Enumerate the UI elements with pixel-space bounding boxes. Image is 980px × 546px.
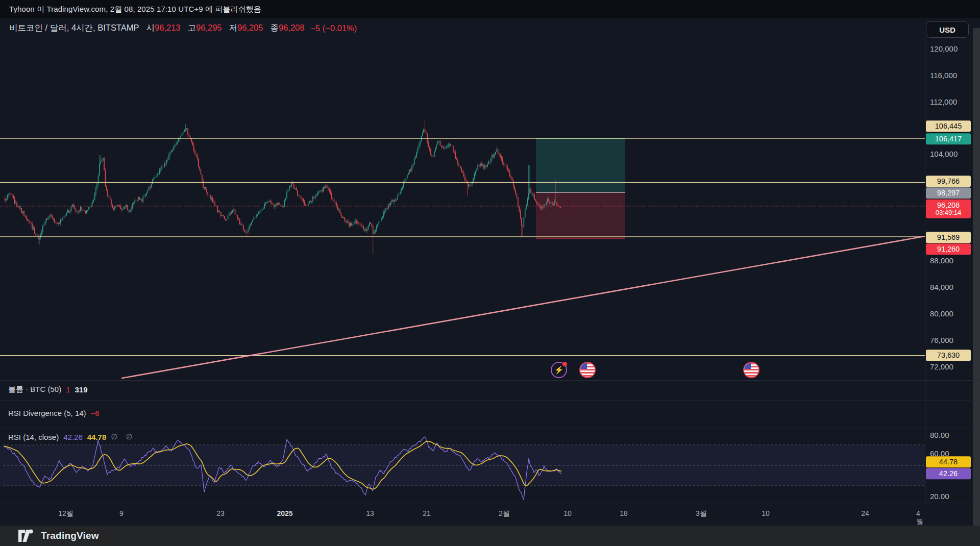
time-tick-3월: 3월 (696, 509, 707, 518)
price-label-106417[interactable]: 106,417 (926, 133, 971, 144)
ohlc-시: 시96,213 (146, 22, 181, 34)
price-axis-tick: 120,000 (930, 44, 958, 53)
price-axis-tick: 104,000 (930, 150, 958, 158)
price-axis-tick: 88,000 (930, 256, 953, 265)
rsi-axis-tick: 20.00 (930, 492, 949, 501)
time-tick-18: 18 (620, 509, 628, 517)
tradingview-logo-mark (18, 529, 34, 542)
pane-divider[interactable] (0, 401, 980, 401)
crypto-event-lightning-icon[interactable]: ⚡ (551, 362, 567, 378)
time-tick-23: 23 (216, 509, 225, 517)
volume-pane-title[interactable]: 볼륨 · BTC (50) 1 319 (8, 385, 88, 394)
economic-event-us-flag-icon[interactable] (743, 362, 760, 378)
economic-event-us-flag-icon[interactable] (579, 362, 596, 378)
price-label-96208[interactable]: 96,20803:49:14 (926, 200, 971, 218)
price-label-91569[interactable]: 91,569 (926, 232, 971, 243)
rsi-pane-title[interactable]: RSI (14, close) 42.26 44.78 ∅ ∅ (8, 432, 136, 441)
volume-ma-value: 319 (75, 385, 88, 394)
price-label-73630[interactable]: 73,630 (926, 350, 971, 361)
time-tick-4월: 4월 (916, 509, 923, 526)
rsi-value-label: 42.26 (926, 468, 971, 479)
time-axis[interactable]: 12월923202513212월10183월10244월 (0, 503, 925, 526)
chart-canvas[interactable] (0, 0, 980, 546)
price-axis-tick: 116,000 (930, 71, 957, 80)
rsi-pane (0, 437, 925, 500)
price-label-98297[interactable]: 98,297 (926, 187, 971, 198)
price-label-99766[interactable]: 99,766 (926, 176, 971, 187)
trendline[interactable] (122, 236, 925, 378)
volume-value: 1 (66, 385, 70, 394)
candle-bodies-down (5, 129, 561, 240)
tradingview-published-chart: Tyhoon 이 TradingView.com, 2월 08, 2025 17… (0, 0, 980, 546)
rsi-divergence-title: RSI Divergence (5, 14) (8, 409, 86, 417)
price-label-91260[interactable]: 91,260 (926, 243, 971, 255)
rsi-divergence-pane-title[interactable]: RSI Divergence (5, 14) −6 (8, 409, 100, 417)
rsi-divergence-value: −6 (91, 409, 100, 417)
ohlc-저: 저96,205 (229, 22, 263, 34)
tradingview-logo[interactable]: TradingView (18, 529, 99, 542)
time-tick-2월: 2월 (499, 509, 510, 518)
rsi-ma-label: 44.78 (926, 456, 971, 467)
tradingview-brand-text: TradingView (41, 530, 99, 541)
ohlc-종: 종96,208 (270, 22, 304, 34)
price-axis-tick: 84,000 (930, 283, 953, 291)
rsi-hidden-values: ∅ ∅ (111, 432, 135, 441)
time-tick-12월: 12월 (58, 509, 74, 518)
ohlc-고: 고96,295 (188, 22, 222, 34)
price-axis-tick: 76,000 (930, 336, 953, 344)
time-tick-10: 10 (762, 509, 770, 517)
pane-divider[interactable] (0, 428, 980, 428)
countdown-timer: 03:49:14 (926, 209, 971, 217)
rsi-ma-value: 44.78 (87, 433, 107, 441)
price-axis-tick: 72,000 (930, 362, 953, 371)
price-label-106445[interactable]: 106,445 (926, 120, 971, 132)
pane-divider[interactable] (0, 380, 980, 381)
publisher-bar: Tyhoon 이 TradingView.com, 2월 08, 2025 17… (0, 0, 980, 18)
footer-bar: TradingView (0, 526, 980, 546)
rsi-value: 42.26 (63, 433, 83, 441)
chart-header: 비트코인 / 달러, 4시간, BITSTAMP 시96,213고96,295저… (0, 18, 980, 38)
time-tick-21: 21 (423, 509, 431, 517)
volume-title: 볼륨 · BTC (50) (8, 385, 61, 394)
rsi-axis-tick: 80.00 (930, 431, 949, 439)
ohlc-row: 시96,213고96,295저96,205종96,208 (139, 22, 305, 34)
long-position-loss-zone[interactable] (536, 192, 625, 239)
price-axis-tick: 80,000 (930, 309, 953, 318)
long-position-profit-zone[interactable] (536, 138, 625, 192)
candle-wicks-down (5, 119, 560, 254)
time-tick-24: 24 (861, 509, 869, 517)
symbol-title[interactable]: 비트코인 / 달러, 4시간, BITSTAMP (9, 22, 139, 34)
currency-button[interactable]: USD (926, 21, 969, 38)
price-axis-tick: 112,000 (930, 97, 957, 106)
time-tick-2025: 2025 (277, 509, 292, 517)
time-tick-9: 9 (119, 509, 124, 517)
publisher-text: Tyhoon 이 TradingView.com, 2월 08, 2025 17… (9, 5, 261, 14)
scrollbar-gutter[interactable] (973, 28, 980, 526)
main-pane (0, 119, 925, 378)
candle-bodies-up (6, 129, 555, 240)
time-tick-10: 10 (564, 509, 572, 517)
price-axis-border (925, 38, 925, 503)
change-text: −5 (−0.01%) (310, 23, 357, 33)
rsi-title: RSI (14, close) (8, 433, 59, 441)
time-tick-13: 13 (366, 509, 374, 517)
